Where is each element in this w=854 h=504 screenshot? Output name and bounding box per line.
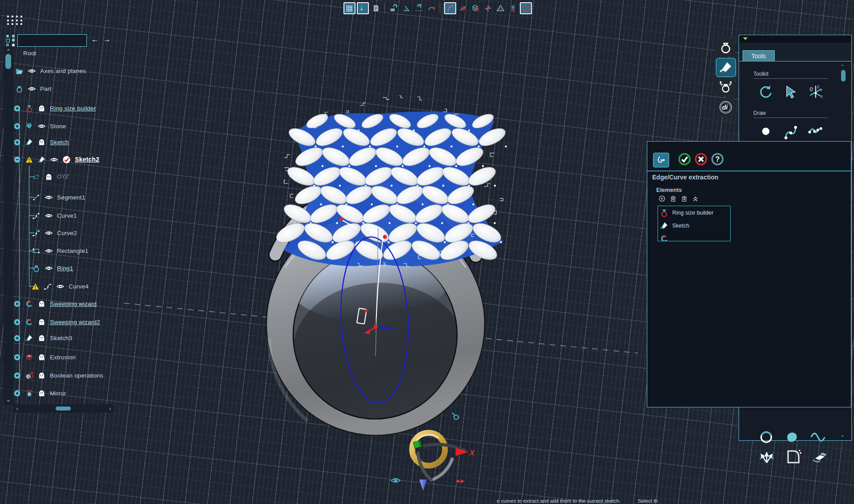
tree-horizontal-scrollbar[interactable]: ‹ ›	[13, 404, 114, 413]
tb-magnet-line-button[interactable]	[413, 3, 425, 14]
elements-list[interactable]: Ring size builderSketch	[658, 206, 731, 241]
search-input[interactable]	[17, 34, 87, 47]
tree-item-label[interactable]: Mirror	[50, 390, 66, 397]
eye-icon[interactable]	[45, 193, 53, 202]
tab-tools[interactable]: Tools	[743, 50, 775, 61]
origin-tool-button[interactable]: 0ZYX	[808, 84, 824, 100]
point-tool-button[interactable]	[758, 123, 774, 139]
cancel-button[interactable]	[695, 153, 707, 167]
tree-scroll-right-icon[interactable]: ›	[106, 405, 114, 412]
tb-angle-button[interactable]	[401, 3, 412, 14]
eye-icon[interactable]	[56, 282, 65, 291]
eye-icon[interactable]	[28, 67, 36, 75]
plus-circle-icon[interactable]	[13, 318, 21, 326]
tree-item-rectangle1[interactable]: Rectangle1	[4, 245, 88, 256]
minus-circle-icon[interactable]	[13, 156, 21, 163]
tree-item-label[interactable]: Axes and planes	[40, 68, 86, 74]
tree-item-extrusion[interactable]: Extrusion	[4, 351, 76, 363]
undo-tool-button[interactable]	[758, 84, 774, 100]
tree-item-boolean-operations[interactable]: Boolean operations	[4, 370, 103, 381]
plus-circle-icon[interactable]	[13, 122, 21, 130]
tree-item-label[interactable]: Sketch	[50, 139, 69, 146]
tb-sphere-button[interactable]	[470, 3, 481, 14]
tb-arc-red-button[interactable]	[444, 2, 456, 14]
tb-normal-red-button[interactable]	[507, 3, 519, 14]
tree-item-label[interactable]: Extrusion	[50, 354, 76, 361]
ok-button[interactable]	[678, 153, 691, 167]
tree-item-curve1[interactable]: Curve1	[4, 210, 77, 221]
panel-header[interactable]	[739, 35, 851, 43]
tree-item-label[interactable]: Boolean operations	[50, 372, 103, 379]
diamond-cluster-model[interactable]	[274, 96, 508, 266]
tree-item-label[interactable]: Sweeping wizard	[50, 301, 97, 307]
gizmo-pan-icon[interactable]	[457, 480, 464, 483]
corner-tool-button[interactable]	[785, 447, 802, 465]
delete-element-button[interactable]	[670, 195, 677, 202]
blob-tool-button[interactable]	[784, 428, 801, 445]
plus-circle-icon[interactable]	[13, 372, 21, 379]
tree-scroll-thumb[interactable]	[5, 54, 11, 69]
collapse-up-button[interactable]	[692, 195, 699, 202]
help-button[interactable]: ?	[711, 153, 724, 167]
tree-scroll-left-icon[interactable]: ‹	[13, 405, 21, 412]
elements-list-item[interactable]: Ring size builder	[658, 206, 730, 219]
tree-item-label[interactable]: Root	[23, 50, 36, 57]
eye-icon[interactable]	[28, 85, 36, 93]
gizmo-eye-icon[interactable]	[391, 479, 400, 482]
tree-item-sweeping-wizard2[interactable]: Sweeping wizard2	[4, 316, 100, 328]
spline-tool-button[interactable]	[808, 123, 824, 139]
tree-hscroll-thumb[interactable]	[56, 406, 71, 411]
tree-item-label[interactable]: OYZ	[57, 174, 69, 180]
tb-tri-red-button[interactable]	[495, 3, 506, 14]
bezier-tool-button[interactable]	[783, 123, 799, 139]
gizmo-gold-ring[interactable]	[412, 433, 445, 466]
history-forward-button[interactable]: →	[102, 36, 111, 44]
tb-axis-red-button[interactable]	[482, 3, 494, 14]
tree-vertical-scrollbar[interactable]: ⌃	[4, 46, 13, 405]
eraser-tool-button[interactable]	[811, 447, 829, 465]
zoom-gizmo-icon[interactable]	[452, 413, 458, 419]
tb-grid-button[interactable]	[343, 2, 355, 14]
tree-item-sweeping-wizard[interactable]: Sweeping wizard	[4, 298, 97, 309]
circle-tool-button[interactable]	[758, 428, 775, 445]
plus-circle-icon[interactable]	[13, 105, 21, 112]
app-menu-icon[interactable]	[6, 15, 24, 26]
sketch-big-button[interactable]	[716, 58, 736, 77]
tree-item-label[interactable]: Sketch3	[50, 335, 72, 341]
plus-circle-icon[interactable]	[13, 138, 21, 146]
plus-circle-icon[interactable]	[13, 354, 21, 361]
cursor-tool-button[interactable]	[783, 84, 799, 100]
view-options-icon[interactable]	[5, 34, 17, 45]
eye-icon[interactable]	[45, 264, 53, 272]
eye-icon[interactable]	[45, 247, 53, 255]
tree-item-label[interactable]: Sketch2	[75, 156, 99, 163]
eye-icon[interactable]	[37, 122, 46, 130]
tree-item-label[interactable]: Curve1	[57, 212, 77, 219]
eye-icon[interactable]	[45, 211, 53, 220]
tree-item-sketch3[interactable]: Sketch3	[4, 332, 72, 344]
history-back-button[interactable]: ←	[90, 36, 99, 44]
panel-collapse-icon[interactable]	[743, 37, 748, 40]
plus-circle-icon[interactable]	[13, 300, 21, 308]
extraction-tool-icon[interactable]	[653, 153, 669, 167]
tree-item-label[interactable]: Stone	[50, 123, 66, 130]
tree-item-label[interactable]: Rectangle1	[57, 248, 88, 254]
tree-item-label[interactable]: Ring1	[57, 265, 73, 272]
check-icon[interactable]	[62, 155, 71, 164]
eye-icon[interactable]	[50, 155, 58, 164]
tree-item-label[interactable]: Curve4	[69, 283, 89, 290]
plus-circle-icon[interactable]	[13, 334, 21, 342]
tree-scroll-down-icon[interactable]: ⌄	[4, 395, 13, 403]
panel-scroll-thumb[interactable]	[841, 70, 846, 81]
panel-scroll-up-icon[interactable]: ⌃	[840, 63, 845, 70]
tree-item-ring-size-builder[interactable]: Ring size builder	[4, 102, 96, 114]
tb-line-red-button[interactable]	[458, 3, 469, 14]
elements-list-item[interactable]	[658, 232, 730, 241]
eye-icon[interactable]	[45, 229, 53, 237]
add-all-button[interactable]	[681, 195, 688, 202]
tree-item-curve4[interactable]: Curve4	[4, 280, 89, 292]
tree-item-label[interactable]: Ring size builder	[50, 105, 96, 112]
ring-white-button[interactable]	[716, 38, 735, 56]
tree-item-ring1[interactable]: Ring1	[4, 262, 73, 274]
tree-item-label[interactable]: Curve2	[57, 230, 77, 236]
